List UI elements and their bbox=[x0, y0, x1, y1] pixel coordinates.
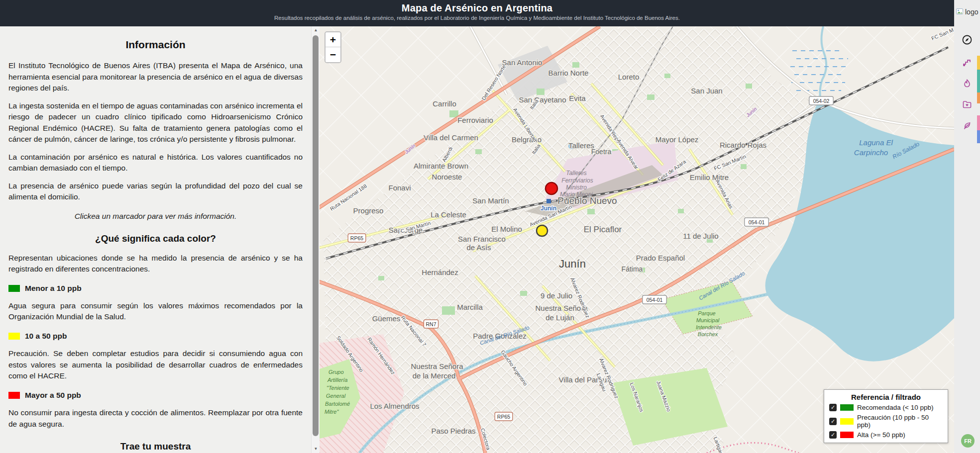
colors-intro: Representan ubicaciones donde se ha medi… bbox=[8, 253, 303, 275]
legend-swatch bbox=[840, 432, 854, 438]
map-label: San Martín bbox=[472, 196, 509, 205]
compass-icon[interactable] bbox=[961, 33, 974, 46]
yellow-swatch bbox=[8, 333, 20, 340]
map-label: Ferroviario bbox=[457, 116, 493, 124]
scroll-up-arrow[interactable]: ▲ bbox=[312, 26, 320, 34]
level-yellow-label: 10 a 50 ppb bbox=[25, 331, 67, 342]
app-header: Mapa de Arsénico en Argentina Resultados… bbox=[0, 0, 954, 26]
map-label: Los Almendros bbox=[370, 402, 419, 410]
map-label: Mario Meoni bbox=[560, 191, 593, 198]
arsenic-marker[interactable] bbox=[537, 225, 547, 236]
broken-logo-image: logo bbox=[956, 8, 978, 16]
scrollbar-thumb[interactable] bbox=[313, 35, 319, 436]
info-panel: Información El Instituto Tecnológico de … bbox=[0, 26, 311, 453]
zoom-in-button[interactable]: + bbox=[326, 32, 340, 47]
level-red: Mayor a 50 ppb bbox=[8, 390, 303, 401]
map-label: Laguna El bbox=[859, 138, 893, 147]
level-green: Menor a 10 ppb bbox=[8, 283, 303, 294]
colors-heading: ¿Qué significa cada color? bbox=[8, 232, 303, 246]
legend-row: ✓Recomendada (< 10 ppb) bbox=[829, 404, 943, 411]
green-swatch bbox=[8, 285, 20, 292]
legend-checkbox[interactable]: ✓ bbox=[829, 431, 837, 439]
map-label: Ferroviarios bbox=[561, 177, 593, 184]
legend-row: ✓Precaución (10 ppb - 50 ppb) bbox=[829, 414, 943, 429]
map-label: Intendente bbox=[696, 324, 722, 330]
map-label: Parque bbox=[698, 310, 715, 316]
legend-filter-box: Referencia / filtrado ✓Recomendada (< 10… bbox=[824, 389, 948, 443]
map-label: Noroeste bbox=[432, 173, 462, 181]
map-label: Fonavi bbox=[388, 183, 411, 192]
map-label: Bartolomé bbox=[325, 401, 350, 407]
zoom-out-button[interactable]: − bbox=[326, 47, 340, 62]
map-label: de Luján bbox=[545, 313, 574, 322]
route-shield-label: 054-01 bbox=[647, 297, 663, 303]
page-title: Mapa de Arsénico en Argentina bbox=[0, 0, 954, 14]
map-label: Almirante Brown bbox=[414, 162, 468, 170]
map-label: Talleres bbox=[566, 170, 587, 177]
map-label: de Asís bbox=[466, 243, 491, 252]
map-label: Emilio Mitre bbox=[690, 173, 729, 181]
map-label: Foetra bbox=[591, 148, 612, 156]
legend-swatch bbox=[840, 418, 854, 425]
route-shield-label: RP65 bbox=[497, 414, 510, 420]
folder-heart-icon[interactable] bbox=[961, 98, 974, 111]
map-label: Loreto bbox=[618, 73, 640, 81]
leaf-icon[interactable] bbox=[961, 119, 974, 132]
map-label: Marcilla bbox=[457, 303, 483, 311]
legend-checkbox[interactable]: ✓ bbox=[829, 418, 837, 425]
arsenic-marker[interactable] bbox=[545, 182, 557, 194]
legend-label: Recomendada (< 10 ppb) bbox=[857, 404, 933, 411]
extension-badge[interactable]: FR bbox=[961, 434, 975, 448]
logo-alt-text: logo bbox=[965, 8, 978, 16]
info-paragraph: La ingesta sostenida en el tiempo de agu… bbox=[8, 100, 303, 145]
route-shield-label: RP65 bbox=[350, 235, 363, 241]
broken-image-icon bbox=[956, 8, 965, 16]
map-label: 11 de Julio bbox=[683, 232, 718, 240]
legend-checkbox[interactable]: ✓ bbox=[829, 404, 837, 411]
map-label: Nuestra Señora bbox=[411, 362, 463, 370]
route-shield-label: RN7 bbox=[426, 321, 436, 327]
level-yellow: 10 a 50 ppb bbox=[8, 331, 303, 342]
marker-hint: Clickea un marcador para ver más informa… bbox=[8, 211, 303, 222]
map-label: Mayor López bbox=[655, 135, 699, 144]
map-label: Mitre" bbox=[325, 409, 339, 415]
page-subtitle: Resultados recopilados de análisis de ar… bbox=[0, 15, 954, 21]
map-label: Ricardo Rojas bbox=[720, 141, 766, 149]
map-label: Prado Español bbox=[636, 254, 685, 262]
map-label: Paso Piedras bbox=[431, 427, 475, 435]
level-green-label: Menor a 10 ppb bbox=[25, 283, 82, 294]
map-label: Carpincho bbox=[854, 148, 888, 157]
map-label: Grupo bbox=[328, 369, 344, 375]
level-green-desc: Agua segura para consumir según los valo… bbox=[8, 300, 303, 323]
route-shield-label: 054-01 bbox=[749, 219, 765, 225]
map-label: Artillería bbox=[327, 377, 347, 383]
map-label: de la Merced bbox=[413, 371, 456, 380]
map-label: "Teniente bbox=[327, 385, 349, 391]
scroll-down-arrow[interactable]: ▼ bbox=[312, 445, 320, 453]
info-paragraph: La contaminación por arsénico es natural… bbox=[8, 152, 303, 174]
route-shield-label: 054-02 bbox=[813, 98, 830, 104]
map-label: Ministro bbox=[566, 184, 587, 191]
map-label: Güemes bbox=[372, 314, 401, 323]
info-paragraph: El Instituto Tecnológico de Buenos Aires… bbox=[8, 60, 303, 93]
map-label: San Juan bbox=[691, 87, 722, 95]
level-yellow-desc: Precaución. Se deben completar estudios … bbox=[8, 348, 303, 381]
map-label: La Celeste bbox=[431, 210, 466, 219]
steps-stats-icon[interactable] bbox=[961, 57, 974, 70]
red-swatch bbox=[8, 392, 20, 399]
flame-icon[interactable] bbox=[961, 77, 974, 90]
map-canvas[interactable]: 054-02054-01054-01RP65RP65RN7 San Antoni… bbox=[320, 26, 954, 453]
map-label: Hernández bbox=[422, 268, 458, 276]
map-label: Fátima bbox=[622, 265, 643, 273]
info-scrollbar[interactable]: ▲ ▼ bbox=[311, 26, 320, 453]
map-label: Talleres bbox=[568, 141, 594, 150]
info-heading: Información bbox=[8, 37, 303, 52]
sample-heading: Trae tu muestra bbox=[8, 440, 303, 453]
map-label: 9 de Julio bbox=[541, 291, 572, 300]
browser-sidebar: logo FR bbox=[954, 0, 980, 453]
map-label: Carrillo bbox=[433, 99, 456, 108]
map-label: Evita bbox=[569, 94, 586, 102]
map-label: Junín bbox=[559, 258, 586, 270]
map-label: Villa del Carmen bbox=[424, 133, 478, 142]
map-label: San Cayetano bbox=[519, 95, 566, 104]
